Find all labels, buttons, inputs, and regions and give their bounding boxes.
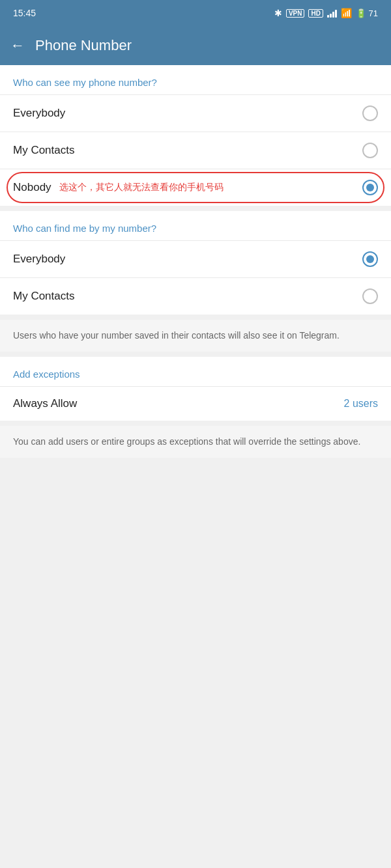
exceptions-info-box: You can add users or entire groups as ex…: [0, 426, 391, 458]
add-exceptions-label[interactable]: Add exceptions: [0, 357, 391, 386]
my-contacts-radio-find[interactable]: [362, 288, 378, 304]
my-contacts-option-visibility[interactable]: My Contacts: [0, 132, 391, 169]
find-by-number-label: Who can find me by my number?: [0, 211, 391, 240]
status-bar: 15:45 ✱ VPN HD 📶 🔋 71: [0, 0, 391, 26]
find-by-number-section: Who can find me by my number? Everybody …: [0, 211, 391, 315]
header: ← Phone Number: [0, 26, 391, 65]
content: Who can see my phone number? Everybody M…: [0, 65, 391, 692]
status-time: 15:45: [13, 8, 36, 18]
my-contacts-label-find: My Contacts: [13, 290, 74, 303]
everybody-option-find[interactable]: Everybody: [0, 240, 391, 277]
my-contacts-radio-visibility[interactable]: [362, 143, 378, 158]
battery-icon: 🔋 71: [356, 8, 378, 18]
signal-icon: [327, 8, 337, 18]
everybody-radio-inner-find: [366, 255, 374, 263]
everybody-radio-find[interactable]: [362, 251, 378, 267]
always-allow-label: Always Allow: [13, 397, 77, 410]
my-contacts-option-find[interactable]: My Contacts: [0, 277, 391, 315]
vpn-badge: VPN: [286, 9, 305, 18]
status-icons: ✱ VPN HD 📶 🔋 71: [274, 8, 378, 18]
nobody-label-visibility: Nobody: [13, 181, 51, 194]
exceptions-section: Add exceptions Always Allow 2 users: [0, 357, 391, 421]
everybody-radio-visibility[interactable]: [362, 105, 378, 121]
everybody-label-visibility: Everybody: [13, 107, 65, 120]
nobody-radio-inner: [366, 184, 374, 191]
nobody-option-visibility[interactable]: Nobody 选这个，其它人就无法查看你的手机号码: [0, 169, 391, 206]
phone-visibility-label: Who can see my phone number?: [0, 65, 391, 94]
find-info-box: Users who have your number saved in thei…: [0, 320, 391, 352]
bluetooth-icon: ✱: [274, 8, 282, 18]
nobody-annotation-text: 选这个，其它人就无法查看你的手机号码: [59, 182, 224, 193]
exceptions-info-text: You can add users or entire groups as ex…: [13, 436, 360, 447]
everybody-label-find: Everybody: [13, 253, 65, 266]
my-contacts-label-visibility: My Contacts: [13, 144, 74, 157]
back-button[interactable]: ←: [10, 38, 25, 53]
page-title: Phone Number: [35, 37, 132, 54]
users-count: 2 users: [344, 398, 378, 410]
always-allow-row[interactable]: Always Allow 2 users: [0, 386, 391, 421]
spacer-1: [0, 352, 391, 357]
nobody-radio-visibility[interactable]: [362, 180, 378, 195]
everybody-option-visibility[interactable]: Everybody: [0, 94, 391, 132]
bottom-fill: [0, 458, 391, 692]
find-info-text: Users who have your number saved in thei…: [13, 330, 340, 341]
wifi-icon: 📶: [341, 8, 352, 18]
phone-visibility-section: Who can see my phone number? Everybody M…: [0, 65, 391, 206]
hd-badge: HD: [308, 9, 323, 18]
